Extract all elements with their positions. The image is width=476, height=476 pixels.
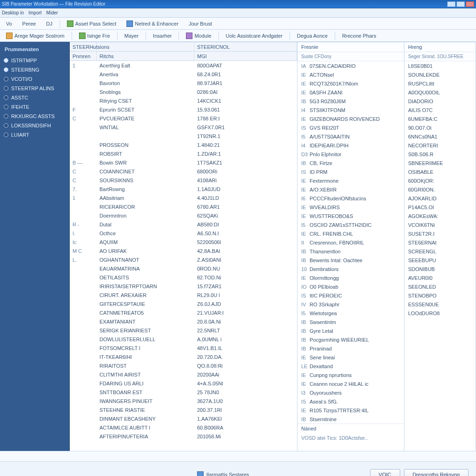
aux-row[interactable]: AVEUR0I0 bbox=[404, 273, 476, 282]
table-row[interactable]: IWANNGERS PINUEIT3627A.1U0 bbox=[70, 397, 297, 405]
table-row[interactable]: RICERARiCOR6780.AR1 bbox=[70, 202, 297, 211]
table-row[interactable]: Anertiva68.Z4.0R1 bbox=[70, 70, 297, 79]
aux-row[interactable]: DIADORiO bbox=[404, 97, 476, 106]
detail-row[interactable]: IEA/O:XEBIIR bbox=[298, 185, 404, 194]
detail-row[interactable]: D3Pnlo Elphnitor bbox=[298, 150, 404, 159]
detail-row[interactable]: IBGyre Letal bbox=[298, 326, 404, 335]
tool-module[interactable]: Module bbox=[183, 31, 214, 40]
detail-row[interactable]: I6PCCCFltuderiONfstucins bbox=[298, 194, 404, 203]
sidebar-item[interactable]: RKXURGC ASSTS bbox=[0, 112, 69, 121]
sidebar-item[interactable]: ISTRTMPP bbox=[0, 56, 69, 65]
tool-enhancer[interactable]: Netred & Enhancer bbox=[123, 19, 182, 28]
table-row[interactable]: Snoblngs0286:0AI bbox=[70, 87, 297, 96]
aux-row[interactable]: SOUNLEKDE bbox=[404, 70, 476, 79]
close-icon[interactable] bbox=[466, 1, 474, 7]
aux-row[interactable]: 90.O07.Oi bbox=[404, 123, 476, 132]
aux-row[interactable]: RUSPCLittt bbox=[404, 79, 476, 88]
table-row[interactable]: M CAO URIFAK42.8A.BAI bbox=[70, 246, 297, 255]
detail-row[interactable]: IBCB, Firtze bbox=[298, 159, 404, 167]
table-row[interactable]: OETILASITS82.TOD.Ni bbox=[70, 273, 297, 282]
sidebar-item[interactable]: STEERBNG bbox=[0, 65, 69, 74]
tool-jour[interactable]: Jour Brust bbox=[185, 20, 215, 28]
aux-row[interactable]: AILIS O7C bbox=[404, 106, 476, 114]
table-row[interactable]: CIRURT. AREXAIERRL29.0U l bbox=[70, 291, 297, 299]
table-row[interactable]: IT-TKEAR6IHI20.720.DA. bbox=[70, 352, 297, 361]
sidebar-item[interactable]: IFEHTE bbox=[0, 102, 69, 112]
table-row[interactable]: CPVCUEROATE1788 ER:I bbox=[70, 114, 297, 123]
detail-row[interactable]: IBThansnentlon bbox=[298, 247, 404, 256]
tool-b[interactable]: Peree bbox=[19, 20, 39, 28]
detail-row[interactable]: I5A/U5T7S0AAITIN bbox=[298, 132, 404, 141]
table-row[interactable]: EAUARMATRINA0ROD.NU bbox=[70, 264, 297, 273]
table-row[interactable]: CLITMTHI AIRIST20200AAi bbox=[70, 370, 297, 379]
aux-row[interactable]: LOOdDURO8 bbox=[404, 309, 476, 317]
tool-mayer[interactable]: Mayer bbox=[121, 32, 142, 40]
detail-row[interactable]: I5Wietotsrgea bbox=[298, 309, 404, 317]
aux-row[interactable]: P14AC5.OI bbox=[404, 203, 476, 212]
table-row[interactable]: DOWLULISTEERLUELLA.0UMNL i bbox=[70, 335, 297, 344]
menu-item[interactable]: Import bbox=[28, 10, 41, 15]
detail-row[interactable]: IE0ASFH ZAANI bbox=[298, 88, 404, 97]
table-row[interactable]: DINMANT EBCASHENY1.AA76KEl bbox=[70, 414, 297, 423]
table-row[interactable]: CSOURSIKNNS4108ARi bbox=[70, 176, 297, 185]
tool-insarher[interactable]: Insarher bbox=[150, 32, 175, 40]
detail-row[interactable]: IBBewents Intal: Oachtee bbox=[298, 256, 404, 264]
table-row[interactable]: B —Bowin SWR1T7SAKZ1 bbox=[70, 158, 297, 167]
table-row[interactable]: IcAQUIIM52200506l bbox=[70, 238, 297, 246]
table-row[interactable]: EXAMTANIANT20.8.0A.Ni bbox=[70, 317, 297, 326]
table-row[interactable]: SERIGK ERIANRIEST22.5NRLT bbox=[70, 326, 297, 335]
aux-row[interactable]: S0B.S06.R bbox=[404, 150, 476, 159]
cancel-button[interactable]: Dresocoths Reksyng bbox=[404, 469, 469, 476]
sidebar-item[interactable]: LUIART bbox=[0, 130, 69, 139]
aux-row[interactable]: AGOKEsWA: bbox=[404, 212, 476, 220]
tool-asset-select[interactable]: Asset Pass Select bbox=[64, 19, 120, 28]
detail-row[interactable]: IEWVEALDIRS bbox=[298, 203, 404, 212]
aux-row[interactable]: NECORTERI bbox=[404, 141, 476, 150]
aux-row[interactable]: 60GRI0ON. bbox=[404, 185, 476, 194]
detail-row[interactable]: I5OSCIIO ZAM1sSTTH2IDIC bbox=[298, 220, 404, 229]
detail-row[interactable]: IECRL. FRENIB.CHL bbox=[298, 229, 404, 238]
detail-row[interactable]: IBStsernitnine bbox=[298, 415, 404, 423]
table-row[interactable]: GIITERCESPTAUIEZ6.0J.AJD bbox=[70, 299, 297, 308]
maximize-icon[interactable] bbox=[456, 1, 465, 7]
tool-mager[interactable]: Arege Mager Sostrom bbox=[3, 31, 68, 40]
detail-row[interactable]: I4IDEPIEARI.DPIH bbox=[298, 141, 404, 150]
aux-row[interactable]: 600OKjOR: bbox=[404, 176, 476, 185]
aux-row[interactable]: AJOKARLID bbox=[404, 194, 476, 203]
aux-row[interactable]: 6UMEFBA:C bbox=[404, 114, 476, 123]
aux-row[interactable]: STENOBPO bbox=[404, 291, 476, 300]
table-row[interactable]: SNTTBOANR EST25 78JN0 bbox=[70, 388, 297, 397]
table-row[interactable]: R -DutalAB580:DI bbox=[70, 220, 297, 229]
table-row[interactable]: AFTERIPINUFTERIA201058.Mi bbox=[70, 432, 297, 441]
detail-row[interactable]: IBPocgsrmhing WIEEURIEL bbox=[298, 335, 404, 344]
aux-row[interactable]: SEEONLED bbox=[404, 282, 476, 291]
table-row[interactable]: Doermntron62SQAKi bbox=[70, 211, 297, 220]
detail-row[interactable]: IBPrraninad bbox=[298, 344, 404, 353]
table-row[interactable]: L.OGHANTNANOTZ.ASI0ANI bbox=[70, 255, 297, 264]
detail-row[interactable]: IICresrennon, FBNOIIRIL bbox=[298, 238, 404, 247]
table-row[interactable]: WNTIALGSFX7.0R1 bbox=[70, 123, 297, 132]
detail-row[interactable]: IEFexterrmone bbox=[298, 176, 404, 185]
table-row[interactable]: CATNMETREATO521.VUJAR:l bbox=[70, 308, 297, 317]
menu-item[interactable]: Desktop in bbox=[2, 10, 24, 15]
table-row[interactable]: 7.BartRowng1.1A0JUD bbox=[70, 185, 297, 193]
table-row[interactable]: ROBSIRT1.ZD/AR:1 bbox=[70, 149, 297, 158]
detail-row[interactable]: ISID PRM bbox=[298, 167, 404, 176]
table-row[interactable]: 1T92NR.1 bbox=[70, 132, 297, 140]
aux-row[interactable]: A0OQU00OIL bbox=[404, 88, 476, 97]
minimize-icon[interactable] bbox=[447, 1, 456, 7]
detail-row[interactable]: IA07SEN.CADAIDRIO bbox=[298, 61, 404, 70]
table-row[interactable]: PROSSEON1.4840:21 bbox=[70, 140, 297, 149]
detail-row[interactable]: IB5G3 R0Z80J6M bbox=[298, 97, 404, 106]
aux-row[interactable]: SEEEBUPU bbox=[404, 256, 476, 264]
table-row[interactable]: ACTAIMLCE AUBITT l60.B006RA bbox=[70, 423, 297, 432]
menu-item[interactable]: Mider bbox=[46, 10, 58, 15]
detail-row[interactable]: ISGVS REI20T bbox=[298, 123, 404, 132]
tool-degua[interactable]: Degua Aonce bbox=[294, 32, 331, 40]
sidebar-item[interactable]: STEERTRP ALINS bbox=[0, 84, 69, 93]
tool-assist[interactable]: Uolc Assistcare Andgater bbox=[223, 32, 286, 40]
table-row[interactable]: 1Acerthirg Ealt800OAPAT bbox=[70, 61, 297, 70]
table-row[interactable]: IRIRISTAISETRPTOARN15.f7ZAR1 bbox=[70, 282, 297, 291]
detail-row[interactable]: I4STSIIKITFONM bbox=[298, 106, 404, 114]
tool-a[interactable]: Vo bbox=[3, 20, 15, 28]
